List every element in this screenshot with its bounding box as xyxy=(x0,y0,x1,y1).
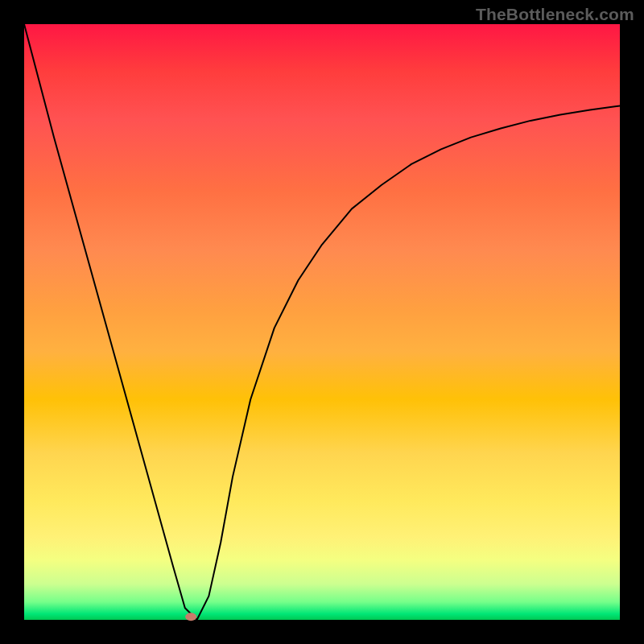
bottleneck-curve xyxy=(24,24,620,620)
plot-area xyxy=(24,24,620,620)
optimal-marker xyxy=(185,613,196,621)
curve-svg xyxy=(24,24,620,620)
watermark-label: TheBottleneck.com xyxy=(476,5,634,24)
chart-frame: TheBottleneck.com xyxy=(0,0,644,644)
